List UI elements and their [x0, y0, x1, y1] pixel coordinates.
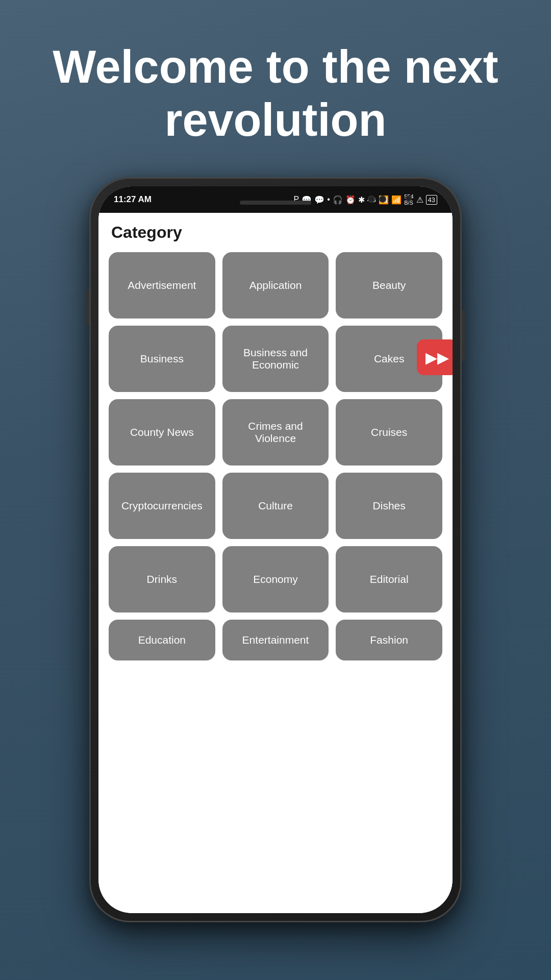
front-cameras — [368, 195, 386, 203]
phone-outer-shell: 11:27 AM P 💬 💬 • 🎧 ⏰ ✱ 4G 📶 📶 554B/S ⚠ — [89, 177, 462, 922]
category-item-culture[interactable]: Culture — [222, 473, 329, 539]
volume-button — [86, 289, 89, 325]
category-item-dishes[interactable]: Dishes — [336, 473, 442, 539]
phone-mockup: 11:27 AM P 💬 💬 • 🎧 ⏰ ✱ 4G 📶 📶 554B/S ⚠ — [89, 177, 462, 922]
speaker-grill — [240, 201, 311, 205]
category-item-cruises[interactable]: Cruises — [336, 399, 442, 465]
category-item-advertisement[interactable]: Advertisement — [109, 252, 215, 318]
category-item-beauty[interactable]: Beauty — [336, 252, 442, 318]
power-button — [462, 310, 465, 361]
header-section: Welcome to the next revolution — [53, 41, 498, 146]
headphone-icon: 🎧 — [333, 195, 343, 205]
category-item-economy[interactable]: Economy — [222, 546, 329, 612]
category-item-drinks[interactable]: Drinks — [109, 546, 215, 612]
category-item-editorial[interactable]: Editorial — [336, 546, 442, 612]
phone-screen: 11:27 AM P 💬 💬 • 🎧 ⏰ ✱ 4G 📶 📶 554B/S ⚠ — [98, 186, 453, 913]
category-item-application[interactable]: Application — [222, 252, 329, 318]
category-item-business-economic[interactable]: Business and Economic — [222, 326, 329, 392]
category-grid: Advertisement Application Beauty Busines… — [109, 252, 442, 612]
status-icons-group: P 💬 💬 • 🎧 ⏰ ✱ 4G 📶 📶 554B/S ⚠ 43 — [294, 193, 437, 206]
category-item-entertainment[interactable]: Entertainment — [222, 620, 329, 660]
bluetooth-icon: ✱ — [358, 195, 365, 205]
remote-icon: ▶▶ — [425, 349, 449, 366]
remote-access-button[interactable]: ▶▶ — [417, 339, 453, 375]
battery-icon: 43 — [426, 195, 437, 205]
welcome-title: Welcome to the next revolution — [53, 41, 498, 146]
category-item-cryptocurrencies[interactable]: Cryptocurrencies — [109, 473, 215, 539]
category-item-county-news[interactable]: County News — [109, 399, 215, 465]
camera-dot-2 — [379, 195, 386, 203]
status-bar: 11:27 AM P 💬 💬 • 🎧 ⏰ ✱ 4G 📶 📶 554B/S ⚠ — [98, 186, 453, 213]
category-item-crimes-violence[interactable]: Crimes and Violence — [222, 399, 329, 465]
category-grid-partial: Education Entertainment Fashion — [109, 620, 442, 660]
status-time: 11:27 AM — [114, 194, 152, 205]
category-item-education[interactable]: Education — [109, 620, 215, 660]
category-title: Category — [109, 223, 442, 242]
dot-icon: • — [327, 195, 330, 204]
camera-dot-1 — [368, 195, 375, 203]
whatsapp-icon-2: 💬 — [314, 195, 324, 205]
phone-inner-shell: 11:27 AM P 💬 💬 • 🎧 ⏰ ✱ 4G 📶 📶 554B/S ⚠ — [98, 186, 453, 913]
signal-bars-2: 📶 — [391, 195, 402, 205]
warning-icon: ⚠ — [416, 195, 423, 205]
camera-dot-3 — [406, 195, 412, 202]
alarm-icon: ⏰ — [345, 195, 356, 205]
app-content: Category ▶▶ Advertisement Application — [98, 213, 453, 913]
category-item-fashion[interactable]: Fashion — [336, 620, 442, 660]
category-item-business[interactable]: Business — [109, 326, 215, 392]
